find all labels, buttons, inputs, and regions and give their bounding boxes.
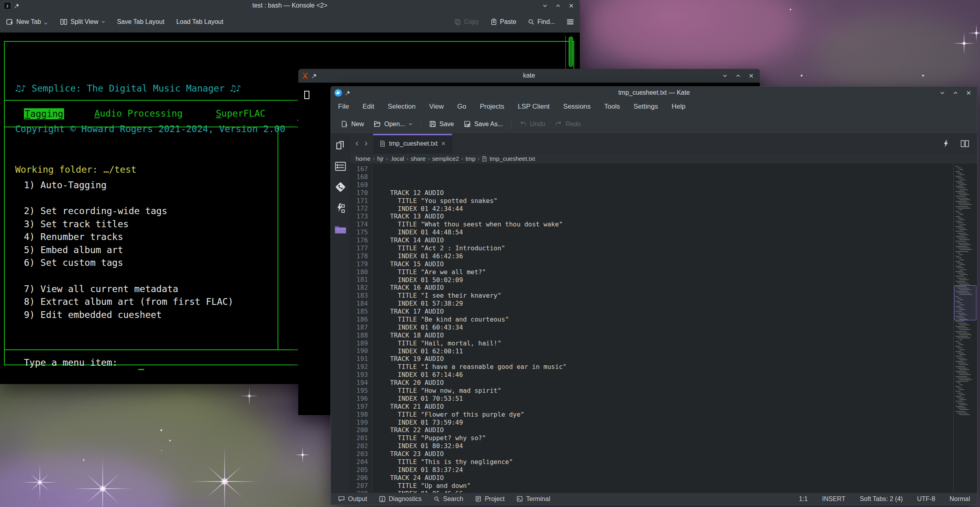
forward-button[interactable]	[363, 140, 369, 147]
breadcrumb-separator-icon: ›	[427, 156, 430, 162]
breadcrumb-item[interactable]: .local	[389, 155, 406, 162]
tui-menu-item[interactable]: 9) Edit embedded cuesheet	[24, 308, 233, 322]
back-button[interactable]	[354, 140, 360, 147]
undo-button[interactable]: Undo	[514, 120, 550, 128]
breadcrumb-item[interactable]: hjr	[376, 155, 385, 162]
paste-icon	[490, 18, 497, 25]
xephyr-titlebar[interactable]: kate	[298, 69, 760, 83]
konsole-titlebar[interactable]: ❯ test : bash — Konsole <2>	[0, 0, 580, 11]
code-pane[interactable]: TRACK 12 AUDIO TITLE "You spotted snakes…	[372, 164, 953, 493]
maximize-button[interactable]	[555, 2, 561, 9]
tab-tmp-cuesheet[interactable]: tmp_cuesheet.txt	[373, 134, 452, 153]
statusbar-value[interactable]: 1:1	[799, 495, 808, 503]
lsp-symbols-icon[interactable]	[335, 203, 346, 214]
tui-tab[interactable]: Audio Processing	[94, 108, 183, 119]
document-icon	[482, 156, 487, 162]
diagnostics-panel-button[interactable]: Diagnostics	[379, 495, 422, 503]
statusbar-value[interactable]: UTF-8	[917, 495, 935, 503]
breadcrumb-item[interactable]: home	[354, 155, 372, 162]
save-tab-layout-button[interactable]: Save Tab Layout	[117, 18, 164, 25]
line-number: 194	[350, 379, 368, 387]
split-view-icon[interactable]	[960, 140, 969, 147]
menu-item[interactable]: View	[429, 103, 444, 111]
kate-titlebar[interactable]: tmp_cuesheet.txt — Kate	[331, 87, 977, 99]
tui-tab[interactable]: SuperFLAC	[216, 108, 266, 119]
breadcrumb-item[interactable]: tmp	[464, 155, 477, 162]
menu-item[interactable]: Projects	[480, 103, 504, 111]
pin-icon	[312, 73, 317, 78]
menu-item[interactable]: Go	[457, 103, 466, 111]
line-number: 208	[350, 490, 368, 493]
minimize-button[interactable]	[722, 72, 728, 79]
maximize-button[interactable]	[952, 90, 958, 96]
new-file-button[interactable]: New	[336, 120, 369, 128]
tui-menu-item[interactable]: 5) Embed album art	[24, 244, 233, 257]
menu-item[interactable]: Edit	[362, 103, 374, 111]
minimize-button[interactable]	[542, 2, 548, 9]
line-number: 186	[350, 316, 368, 324]
copy-button[interactable]: Copy	[454, 18, 479, 25]
terminal-icon	[516, 496, 523, 502]
git-icon[interactable]	[335, 181, 346, 193]
tui-tab[interactable]: Tagging	[24, 108, 64, 119]
minimap-viewport[interactable]	[954, 285, 976, 320]
line-number: 170	[350, 189, 368, 197]
output-panel-button[interactable]: Output	[338, 495, 367, 503]
redo-button[interactable]: Redo	[550, 120, 585, 128]
maximize-button[interactable]	[735, 72, 741, 79]
menu-item[interactable]: Tools	[604, 103, 620, 111]
file-list-icon[interactable]	[335, 162, 346, 171]
menu-item[interactable]: Help	[671, 103, 685, 111]
save-button[interactable]: Save	[424, 120, 459, 128]
tui-menu-item[interactable]: 2) Set recording-wide tags	[24, 205, 233, 218]
tui-menu-item[interactable]	[24, 269, 233, 283]
diagnostics-label: Diagnostics	[389, 495, 422, 503]
statusbar-value[interactable]: Normal	[949, 495, 970, 503]
statusbar-value[interactable]: Soft Tabs: 2 (4)	[860, 495, 903, 503]
tui-menu-item[interactable]: 3) Set track titles	[24, 218, 233, 231]
code-line: TITLE "Up and down"	[375, 482, 953, 490]
minimap-scrollbar[interactable]	[953, 164, 977, 493]
breadcrumb-item[interactable]: share	[409, 155, 427, 162]
close-button[interactable]	[568, 2, 574, 9]
tui-menu-item[interactable]: 4) Renumber tracks	[24, 230, 233, 244]
tui-app-title: ♫♪ Semplice: The Digital Music Manager ♫…	[15, 82, 286, 95]
project-panel-button[interactable]: Project	[475, 495, 505, 503]
quick-open-lightning-icon[interactable]	[943, 140, 949, 147]
split-view-button[interactable]: Split View	[60, 18, 105, 26]
tui-menu-item[interactable]: 6) Set custom tags	[24, 256, 233, 269]
tab-close-icon[interactable]	[441, 141, 446, 146]
menu-item[interactable]: Sessions	[563, 103, 591, 111]
open-file-button[interactable]: Open...	[369, 120, 417, 128]
close-button[interactable]	[965, 90, 972, 96]
breadcrumb-current-file[interactable]: tmp_cuesheet.txt	[480, 155, 536, 162]
filesystem-folder-icon[interactable]	[334, 224, 347, 235]
terminal-panel-button[interactable]: Terminal	[516, 495, 550, 503]
tui-copyright: Copyright © Howard Rogers 2021-2024, Ver…	[15, 122, 286, 136]
tui-menu-item[interactable]: 1) Auto-Tagging	[24, 179, 233, 192]
new-tab-button[interactable]: New Tab	[6, 18, 48, 26]
tui-menu-item[interactable]: 8) Extract album art (from first FLAC)	[24, 295, 233, 308]
load-tab-layout-button[interactable]: Load Tab Layout	[176, 18, 223, 25]
terminal-scrollbar-thumb[interactable]	[569, 37, 573, 67]
menu-item[interactable]: File	[338, 103, 349, 111]
tui-menu-item[interactable]: 7) View all current metadata	[24, 283, 233, 296]
documents-icon[interactable]	[335, 140, 346, 151]
code-line: TITLE "I see their knavery"	[375, 292, 953, 300]
editor-area[interactable]: 1671681691701711721731741751761771781791…	[350, 164, 977, 493]
line-number: 190	[350, 347, 368, 355]
menu-item[interactable]: Selection	[388, 103, 416, 111]
close-button[interactable]	[748, 72, 754, 79]
save-as-button[interactable]: Save As...	[459, 120, 508, 128]
new-file-label: New	[351, 121, 364, 128]
breadcrumb-item[interactable]: semplice2	[430, 155, 461, 162]
menu-item[interactable]: LSP Client	[518, 103, 550, 111]
statusbar-value[interactable]: INSERT	[822, 495, 845, 503]
hamburger-menu-button[interactable]	[566, 19, 574, 25]
paste-button[interactable]: Paste	[490, 18, 516, 25]
search-panel-button[interactable]: Search	[434, 495, 464, 503]
menu-item[interactable]: Settings	[634, 103, 658, 111]
find-button[interactable]: Find...	[528, 18, 555, 25]
tui-menu-item[interactable]	[24, 191, 233, 205]
minimize-button[interactable]	[939, 90, 945, 96]
